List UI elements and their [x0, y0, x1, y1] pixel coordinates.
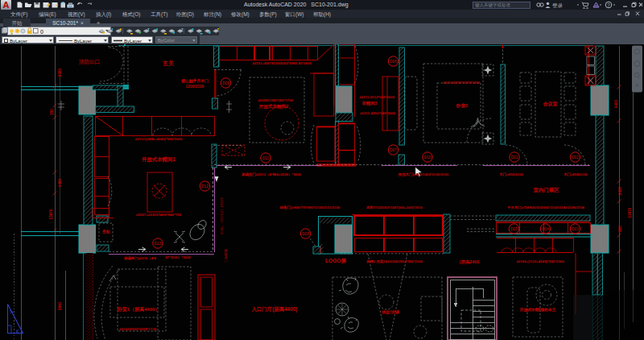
svg-text:2380: 2380: [58, 68, 62, 77]
svg-text:#0152/2960*2558*1730: #0152/2960*2558*1730: [119, 327, 157, 331]
svg-text:0: 0: [40, 29, 43, 35]
svg-text:此柜2*#2205/2*324*(500+100)*2610: 此柜2*#2205/2*324*(500+100)*2610: [365, 205, 423, 209]
svg-text:600: 600: [618, 226, 622, 232]
svg-text:D05: D05: [510, 227, 518, 231]
svg-text:玻璃移门: 玻璃移门: [224, 249, 228, 263]
svg-text:#2151+450*4150/4250*5865.45*26: #2151+450*4150/4250*5865.45*2600: [252, 61, 312, 65]
svg-text:D06: D06: [390, 60, 397, 64]
svg-text:#2211-2012*606*2600: #2211-2012*606*2600: [359, 95, 394, 99]
svg-text:#2210/2700*2270*1250: #2210/2700*2270*1250: [443, 81, 481, 85]
svg-text:D07: D07: [390, 148, 397, 152]
svg-text:#2214（2*1250）*3000: #2214（2*1250）*3000: [220, 197, 224, 235]
svg-text:150: 150: [50, 109, 54, 115]
svg-text:登录: 登录: [552, 2, 564, 9]
svg-text:1400: 1400: [618, 186, 622, 195]
svg-text:衣帽3-层高16#/2368/2963*586*2330: 衣帽3-层高16#/2368/2963*586*2330: [365, 259, 423, 264]
svg-text:4400: 4400: [614, 99, 618, 108]
svg-text:开放式衣帽(镜柜单元: 开放式衣帽(镜柜单元: [519, 307, 556, 313]
svg-text:13970: 13970: [49, 209, 53, 219]
svg-text:D02: D02: [572, 155, 579, 160]
svg-text:#21G1(3446+4046)*580*2600: #21G1(3446+4046)*580*2600: [135, 137, 183, 141]
svg-text:1200/2100: 1200/2100: [186, 85, 204, 89]
svg-text:D01: D01: [511, 155, 518, 160]
svg-text:推拉木门)=863/1063*2100/2165: 推拉木门)=863/1063*2100/2165: [398, 172, 449, 177]
svg-text:D03: D03: [572, 227, 579, 231]
svg-text:玻璃移门#2215（4*8: 玻璃移门#2215（4*8: [123, 256, 156, 261]
svg-text:卧室1（层高4400）: 卧室1（层高4400）: [118, 306, 160, 313]
svg-text:D13: D13: [155, 242, 162, 246]
svg-text:D09: D09: [222, 81, 229, 85]
svg-text:97*3520）*3000: 97*3520）*3000: [165, 255, 191, 259]
svg-text:#2169-(3133+4549)*580*2360: #2169-(3133+4549)*580*2360: [516, 259, 564, 263]
svg-text:D04: D04: [542, 227, 549, 231]
svg-text:D10: D10: [424, 155, 431, 160]
svg-text:#2208/1380*380*1700: #2208/1380*380*1700: [258, 98, 293, 102]
svg-text:入口门厅(层高4400): 入口门厅(层高4400): [251, 306, 298, 313]
svg-text:LOGO屏: LOGO屏: [325, 258, 346, 264]
svg-text:平开木门=758/830/925/941*2100/2140: 平开木门=758/830/925/941*2100/2140/2186/2194: [507, 205, 584, 210]
svg-text:衣帽间3: 衣帽间3: [361, 101, 377, 106]
svg-text:#2267+#2363/9400*840*750: #2267+#2363/9400*840*750: [136, 213, 182, 217]
svg-text:玻璃拉门#2213（4*880=3520）*3000: 玻璃拉门#2213（4*880=3520）*3000: [241, 172, 301, 177]
svg-text:室内门展区: 室内门展区: [534, 187, 560, 193]
svg-text:开放式衣帽间1: 开放式衣帽间1: [141, 156, 175, 163]
svg-text:休息/洽谈: 休息/洽谈: [381, 309, 400, 315]
svg-text:3940: 3940: [58, 301, 62, 310]
svg-text:会议室: 会议室: [543, 101, 558, 107]
svg-text:?: ?: [607, 2, 610, 8]
svg-text:(层高2400: (层高2400: [460, 259, 480, 265]
svg-text:4460: 4460: [58, 178, 62, 187]
svg-text:开放式衣帽间2: 开放式衣帽间2: [258, 104, 289, 110]
svg-text:木门=856/2100: 木门=856/2100: [498, 172, 523, 177]
svg-text:12970: 12970: [628, 207, 632, 218]
svg-text:隐形门)=806/797/890*2100/2111/215: 隐形门)=806/797/890*2100/2111/2150: [280, 205, 341, 210]
svg-text:消防出口: 消防出口: [79, 59, 100, 65]
svg-text:#2212-4250*548*2600: #2212-4250*548*2600: [360, 111, 396, 115]
svg-text:卧室2: 卧室2: [456, 103, 468, 108]
svg-text:鱼缸: 鱼缸: [101, 229, 110, 234]
svg-text:键心触手开木门: 键心触手开木门: [180, 78, 208, 84]
svg-text:木门=858/2100: 木门=858/2100: [563, 172, 588, 177]
svg-text:D08: D08: [302, 232, 309, 236]
svg-text:玄关: 玄关: [162, 60, 174, 67]
svg-text:D12: D12: [201, 185, 208, 189]
svg-text:D11: D11: [262, 156, 270, 160]
